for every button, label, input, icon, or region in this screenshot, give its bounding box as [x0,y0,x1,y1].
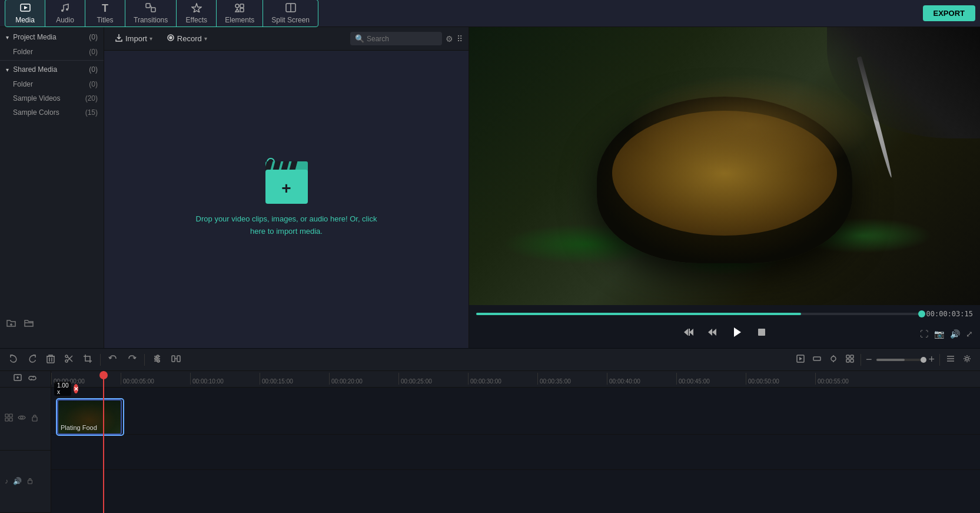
top-nav: Media Audio T Titles Transitions Effects [0,0,980,27]
export-button[interactable]: EXPORT [923,5,975,21]
sidebar-item-sample-videos[interactable]: Sample Videos (20) [0,91,104,105]
nav-tabs: Media Audio T Titles Transitions Effects [5,0,318,27]
rotate-right-button[interactable] [125,352,138,368]
tab-elements[interactable]: Elements [217,0,263,27]
tl-settings-icon[interactable] [961,353,973,367]
tl-extra-icon[interactable] [945,353,956,367]
tab-titles[interactable]: T Titles [85,0,125,27]
svg-marker-20 [708,329,712,336]
progress-bar-area: 00:00:03:15 [469,305,980,320]
audio-lock-icon[interactable] [26,477,34,486]
svg-point-2 [61,9,64,12]
tl-icon-1[interactable] [795,353,806,367]
svg-rect-49 [846,359,849,362]
fullscreen-button[interactable]: ⛶ [920,329,928,339]
preview-video [469,27,980,305]
svg-rect-4 [146,4,150,8]
playback-controls: ⛶ 📷 🔊 ⤢ [469,320,980,348]
playhead-head [99,371,108,379]
sidebar-item-shared-folder[interactable]: Folder (0) [0,77,104,91]
grid-icon[interactable] [5,413,13,423]
expand-button[interactable]: ⤢ [966,329,973,339]
delete-button[interactable] [45,352,57,368]
volume-button[interactable]: 🔊 [950,329,960,339]
record-chevron-icon: ▾ [204,35,207,42]
eye-icon[interactable] [18,413,26,423]
tl-icon-3[interactable] [828,353,839,367]
cut-button[interactable] [62,352,75,368]
video-track-controls [0,388,51,451]
tab-audio[interactable]: Audio [45,0,85,27]
filter-icon[interactable]: ⚙ [446,34,453,44]
svg-rect-50 [851,359,853,362]
stop-button[interactable] [755,325,769,342]
zoom-in-button[interactable]: + [928,353,935,366]
search-input-wrap[interactable]: 🔍 [350,32,442,45]
audio-icon [60,3,71,15]
svg-marker-42 [799,357,802,360]
tab-media[interactable]: Media [5,0,45,27]
rewind-button[interactable] [705,325,719,342]
zoom-slider[interactable] [876,359,923,361]
redo-button[interactable] [26,352,39,368]
add-folder-icon[interactable] [6,318,16,332]
drop-zone[interactable]: + Drop your video clips, images, or audi… [104,51,469,348]
clip-close-button[interactable]: ✕ [74,384,78,393]
open-folder-icon[interactable] [24,318,34,332]
tl-icon-2[interactable] [811,353,823,367]
svg-marker-22 [734,327,741,337]
playhead[interactable] [103,371,104,513]
progress-track[interactable] [476,313,922,315]
tab-splitscreen[interactable]: Split Screen [263,0,318,27]
import-icon [115,34,123,44]
lock-icon[interactable] [31,413,39,423]
video-clip[interactable]: Plating Food [57,399,122,435]
grid-view-icon[interactable]: ⠿ [457,34,463,44]
search-input[interactable] [367,35,437,43]
svg-rect-64 [28,480,32,484]
preview-panel: 00:00:03:15 ⛶ 📷 🔊 ⤢ [469,27,980,348]
zoom-out-button[interactable]: − [866,353,872,366]
content-toolbar: Import ▾ Record ▾ 🔍 ⚙ ⠿ [104,27,469,51]
undo-button[interactable] [7,352,20,368]
svg-marker-9 [235,9,239,12]
tab-transitions[interactable]: Transitions [125,0,177,27]
video-background [469,27,980,305]
snapshot-button[interactable]: 📷 [934,329,944,339]
progress-fill [476,313,801,315]
sidebar-item-sample-colors[interactable]: Sample Colors (15) [0,105,104,120]
play-button[interactable] [729,324,745,343]
transitions-icon [145,3,156,15]
svg-rect-47 [846,355,849,358]
add-media-icon[interactable] [14,373,23,385]
timeline-left-top [0,371,51,388]
svg-point-16 [170,37,172,39]
link-icon[interactable] [28,373,37,385]
crop-button[interactable] [81,352,94,368]
import-button[interactable]: Import ▾ [110,31,157,46]
volume-icon[interactable]: 🔊 [13,477,22,485]
timeline-area: − + [0,348,980,513]
timeline-main[interactable]: 00:00:00:00 00:00:05:00 00:00:10:00 00:0… [51,371,980,513]
music-icon[interactable]: ♪ [5,477,8,485]
rotate-left-button[interactable] [107,352,119,368]
toolbar-divider-4 [939,354,940,366]
chevron-down-icon: ▾ [6,34,9,41]
preview-controls: 00:00:03:15 ⛶ 📷 🔊 ⤢ [469,305,980,348]
settings-button[interactable] [170,352,182,368]
sidebar-section-shared-media[interactable]: ▾ Shared Media (0) [0,62,104,77]
svg-marker-19 [689,329,693,336]
prev-frame-button[interactable] [680,325,696,342]
ruler-tick-11: 00:00:55:00 [815,373,885,385]
record-button[interactable]: Record ▾ [162,31,212,46]
sidebar-item-project-folder[interactable]: Folder (0) [0,45,104,59]
tl-icon-4[interactable] [844,353,856,367]
effects-icon [191,3,202,15]
toolbar-divider-2 [144,354,145,366]
sidebar-bottom-actions [0,313,104,336]
audio-mix-button[interactable] [151,352,164,368]
sidebar-section-project-media[interactable]: ▾ Project Media (0) [0,29,104,45]
svg-rect-58 [5,414,8,417]
svg-point-7 [235,4,239,8]
tab-effects[interactable]: Effects [177,0,217,27]
